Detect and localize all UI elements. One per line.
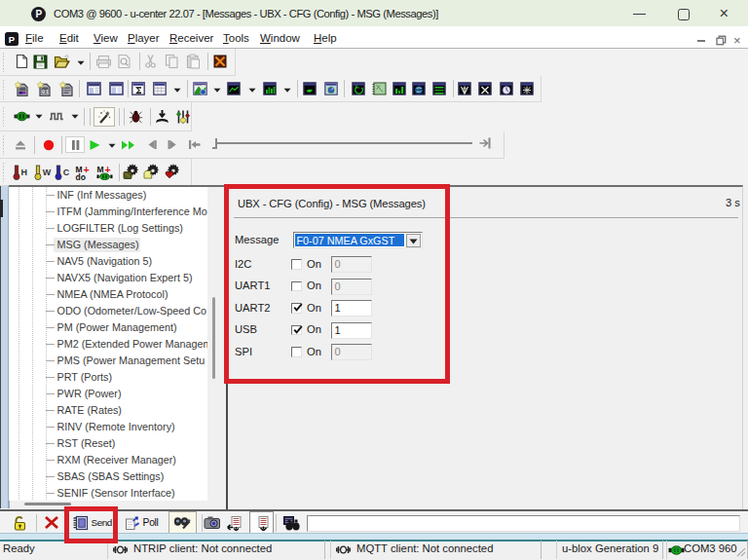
svg-text:do: do: [76, 171, 86, 180]
svg-text:M: M: [96, 165, 103, 174]
svg-text:01: 01: [42, 88, 50, 94]
